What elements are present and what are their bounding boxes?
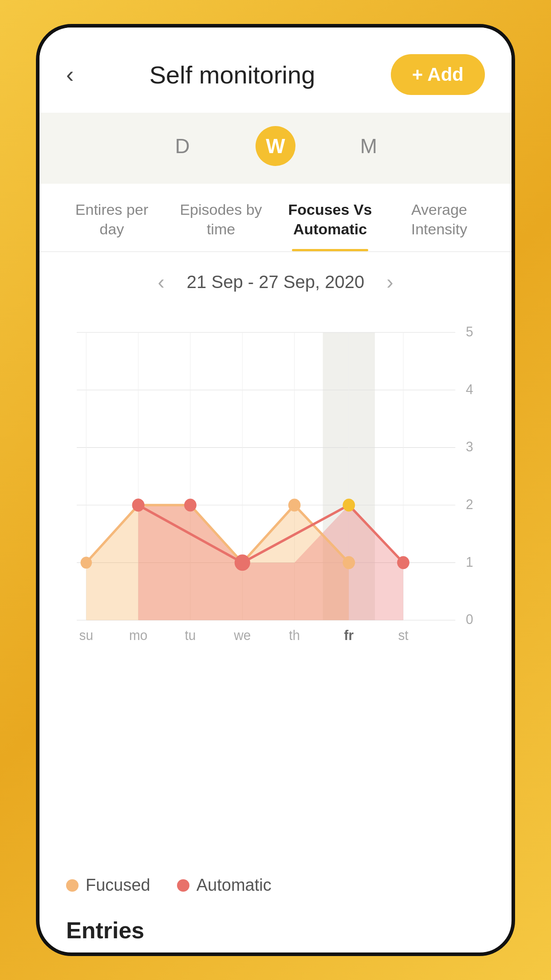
auto-dot-mo [132, 499, 145, 512]
focused-dot-fr [342, 556, 355, 569]
legend-automatic-dot [177, 879, 189, 892]
period-month-button[interactable]: M [349, 126, 389, 166]
chart-area: 0 1 2 3 4 5 su mo tu we th fr st [39, 303, 512, 862]
x-label-we: we [233, 628, 251, 640]
x-label-fr: fr [344, 628, 354, 640]
focused-dot-th [288, 499, 301, 512]
y-label-3: 3 [466, 439, 473, 454]
entries-title: Entries [66, 917, 485, 944]
entries-section: Entries [39, 908, 512, 952]
x-label-st: st [398, 628, 409, 640]
legend-automatic-label: Automatic [197, 876, 272, 895]
focused-dot-tu [184, 499, 197, 512]
auto-dot-st [397, 556, 409, 569]
tab-entries-per-day[interactable]: Entires per day [57, 184, 166, 251]
period-selector: D W M [39, 113, 512, 184]
legend-focused: Fucused [66, 876, 150, 895]
y-label-0: 0 [466, 612, 473, 627]
page-title: Self monitoring [150, 60, 315, 89]
period-day-button[interactable]: D [162, 126, 202, 166]
add-button[interactable]: + Add [391, 54, 485, 95]
y-label-1: 1 [466, 554, 473, 569]
header: ‹ Self monitoring + Add [39, 28, 512, 113]
auto-dot-we [236, 556, 248, 569]
date-navigation: ‹ 21 Sep - 27 Sep, 2020 › [39, 252, 512, 303]
tab-average-intensity[interactable]: Average Intensity [385, 184, 494, 251]
chart-svg: 0 1 2 3 4 5 su mo tu we th fr st [48, 303, 503, 640]
y-label-2: 2 [466, 497, 473, 512]
focused-dot-su [81, 557, 92, 569]
auto-dot-fr [342, 499, 355, 512]
legend-focused-label: Fucused [86, 876, 150, 895]
period-week-button[interactable]: W [256, 126, 295, 166]
tab-episodes-by-time[interactable]: Episodes by time [166, 184, 276, 251]
chart-legend: Fucused Automatic [39, 862, 512, 908]
legend-focused-dot [66, 879, 79, 892]
x-label-tu: tu [185, 628, 196, 640]
x-label-su: su [79, 628, 94, 640]
chart-tabs: Entires per day Episodes by time Focuses… [39, 184, 512, 252]
prev-date-button[interactable]: ‹ [158, 270, 165, 294]
next-date-button[interactable]: › [386, 270, 393, 294]
tab-focuses-vs-automatic[interactable]: Focuses Vs Automatic [276, 184, 385, 251]
y-label-4: 4 [466, 381, 473, 397]
x-label-mo: mo [129, 628, 147, 640]
phone-screen: ‹ Self monitoring + Add D W M Entires pe… [36, 24, 515, 956]
back-button[interactable]: ‹ [66, 63, 74, 86]
x-label-th: th [289, 628, 300, 640]
date-range-label: 21 Sep - 27 Sep, 2020 [187, 272, 364, 292]
chart-wrapper: 0 1 2 3 4 5 su mo tu we th fr st [48, 303, 503, 640]
y-label-5: 5 [466, 324, 473, 340]
legend-automatic: Automatic [177, 876, 272, 895]
